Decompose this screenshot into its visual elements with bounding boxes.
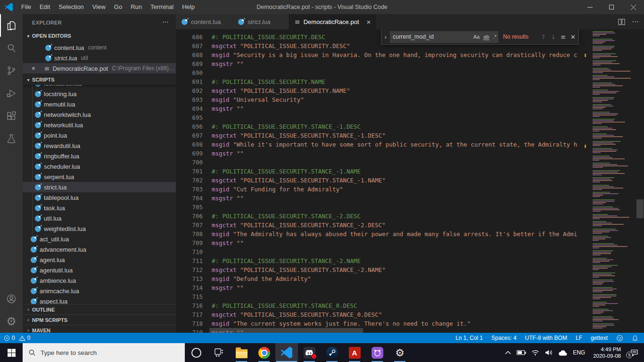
code-line[interactable]: 715 [176, 292, 644, 301]
settings-gear-icon[interactable]: ⚙ [0, 310, 23, 333]
taskbar-github-desktop-button[interactable] [366, 343, 388, 362]
tree-item-agent-lua[interactable]: agent.lua [23, 255, 176, 265]
regex-icon[interactable]: .* [491, 34, 498, 40]
minimap[interactable] [590, 29, 635, 333]
extensions-icon[interactable] [0, 105, 23, 127]
maximize-button[interactable] [601, 0, 622, 14]
whole-word-icon[interactable]: ab [481, 34, 491, 40]
tree-item-aspect-lua[interactable]: aspect.lua [23, 296, 176, 304]
close-find-icon[interactable]: ✕ [570, 33, 576, 41]
testing-icon[interactable] [0, 127, 23, 150]
code-line[interactable]: 699msgstr "" [176, 149, 644, 158]
open-editors-header[interactable]: ▾ OPEN EDITORS [23, 31, 176, 41]
section-outline[interactable]: ›OUTLINE [23, 304, 176, 314]
code-line[interactable]: 711#: POLITICAL_ISSUE.SECURITY.STANCE_-2… [176, 256, 644, 265]
taskbar-vscode-button[interactable] [275, 343, 298, 362]
open-editor-strict-lua[interactable]: strict.luautil [23, 53, 176, 63]
taskbar-search-box[interactable]: Type here to search [23, 343, 185, 362]
code-line[interactable]: 713msgid "Defund the Admiralty" [176, 274, 644, 283]
code-line[interactable]: 703msgid "Cut Funding for the Admiralty" [176, 185, 644, 194]
code-line[interactable]: 693msgid "Universal Security" [176, 95, 644, 104]
task-view-button[interactable] [207, 343, 230, 362]
tree-item-scheduler-lua[interactable]: scheduler.lua [23, 161, 176, 172]
taskbar-file-explorer-button[interactable] [230, 343, 253, 362]
code-line[interactable]: 694msgstr "" [176, 104, 644, 113]
tree-item-networktwitch-lua[interactable]: networktwitch.lua [23, 109, 176, 120]
code-line[interactable]: 690 [176, 68, 644, 77]
more-actions-icon[interactable]: ⋯ [632, 17, 639, 26]
tree-item-agentutil-lua[interactable]: agentutil.lua [23, 265, 176, 275]
accounts-icon[interactable] [0, 288, 23, 310]
tree-item-ringbuffer-lua[interactable]: ringbuffer.lua [23, 151, 176, 161]
tree-item-locstring-lua[interactable]: locstring.lua [23, 89, 176, 99]
minimize-button[interactable] [579, 0, 601, 14]
tree-item-point-lua[interactable]: point.lua [23, 130, 176, 140]
menu-run[interactable]: Run [126, 0, 146, 14]
code-line[interactable]: 701#: POLITICAL_ISSUE.SECURITY.STANCE_-1… [176, 167, 644, 176]
code-line[interactable]: 698msgid "While it's important to have s… [176, 140, 644, 149]
sidebar-more-actions-icon[interactable]: ⋯ [162, 18, 169, 25]
menu-terminal[interactable]: Terminal [146, 0, 178, 14]
find-input[interactable] [390, 33, 471, 40]
menu-view[interactable]: View [88, 0, 110, 14]
taskbar-chrome-button[interactable] [253, 343, 275, 362]
code-line[interactable]: 689msgstr "" [176, 59, 644, 68]
find-expand-chevron-icon[interactable]: › [381, 33, 390, 41]
horizontal-scrollbar-slider[interactable] [209, 328, 363, 333]
action-center-button[interactable]: 5 [627, 349, 641, 356]
code-line[interactable]: 706#: POLITICAL_ISSUE.SECURITY.STANCE_-2… [176, 212, 644, 221]
tree-item-act-util-lua[interactable]: act_util.lua [23, 234, 176, 244]
problems-status[interactable]: 0 0 [4, 335, 30, 341]
code-line[interactable]: 704msgstr "" [176, 194, 644, 203]
scripts-section-header[interactable]: ▾ SCRIPTS [23, 74, 176, 85]
feedback-smiley-icon[interactable] [616, 335, 623, 342]
tree-item-ambience-lua[interactable]: ambience.lua [23, 275, 176, 286]
section-maven[interactable]: ›MAVEN [23, 325, 176, 333]
find-next-icon[interactable]: ↓ [551, 33, 556, 41]
find-previous-icon[interactable]: ↑ [541, 33, 546, 41]
input-language[interactable]: ENG [573, 349, 585, 356]
tree-item-util-lua[interactable]: util.lua [23, 213, 176, 223]
taskbar-acrobat-button[interactable]: A [343, 343, 366, 362]
volume-icon[interactable] [544, 349, 554, 356]
code-line[interactable]: 708msgid "The Admiralty has always abuse… [176, 230, 644, 239]
code-line[interactable]: 688msgid "Security is a big issue in Hav… [176, 50, 644, 59]
tray-chevron-up-icon[interactable] [503, 351, 513, 354]
code-area[interactable]: 686#: POLITICAL_ISSUE.SECURITY.DESC687ms… [176, 33, 644, 333]
code-line[interactable]: 697msgctxt "POLITICAL_ISSUE.SECURITY.STA… [176, 131, 644, 140]
tree-item-task-lua[interactable]: task.lua [23, 203, 176, 213]
code-line[interactable]: 717msgctxt "POLITICAL_ISSUE.SECURITY.STA… [176, 310, 644, 319]
tree-item-networkutil-lua[interactable]: networkutil.lua [23, 120, 176, 130]
code-line[interactable]: 716#: POLITICAL_ISSUE.SECURITY.STANCE_0.… [176, 301, 644, 310]
battery-icon[interactable] [516, 350, 527, 355]
menu-file[interactable]: File [17, 0, 35, 14]
code-line[interactable]: 710 [176, 247, 644, 256]
source-control-icon[interactable] [0, 59, 23, 82]
tree-item-rewardutil-lua[interactable]: rewardutil.lua [23, 140, 176, 151]
code-line[interactable]: 714msgstr "" [176, 283, 644, 292]
menu-help[interactable]: Help [178, 0, 199, 14]
eol-sequence[interactable]: LF [576, 335, 582, 341]
code-line[interactable]: 718msgid "The current system works just … [176, 319, 644, 328]
code-line[interactable]: 709msgstr "" [176, 239, 644, 247]
taskbar-settings-button[interactable]: ⚙ [388, 343, 411, 362]
code-line[interactable]: 692msgctxt "POLITICAL_ISSUE.SECURITY.NAM… [176, 86, 644, 95]
explorer-icon[interactable] [0, 14, 23, 37]
code-line[interactable]: 712msgctxt "POLITICAL_ISSUE.SECURITY.STA… [176, 265, 644, 274]
find-in-selection-icon[interactable]: ≡ [561, 33, 566, 41]
menu-go[interactable]: Go [110, 0, 126, 14]
encoding[interactable]: UTF-8 with BOM [525, 335, 567, 341]
wifi-icon[interactable] [530, 350, 540, 356]
taskbar-steam-button[interactable] [321, 343, 343, 362]
onedrive-cloud-icon[interactable] [557, 350, 568, 356]
section-npm-scripts[interactable]: ›NPM SCRIPTS [23, 314, 176, 325]
code-line[interactable]: 696#: POLITICAL_ISSUE.SECURITY.STANCE_-1… [176, 122, 644, 131]
language-mode[interactable]: gettext [591, 335, 608, 341]
tab-democraticrace-pot[interactable]: ≡DemocraticRace.pot× [289, 14, 377, 29]
tree-item-tablepool-lua[interactable]: tablepool.lua [23, 192, 176, 203]
cortana-button[interactable] [185, 343, 207, 362]
open-editor-content-lua[interactable]: content.luacontent [23, 42, 176, 53]
editor-pane[interactable]: 686#: POLITICAL_ISSUE.SECURITY.DESC687ms… [176, 29, 644, 333]
code-line[interactable]: 691#: POLITICAL_ISSUE.SECURITY.NAME [176, 77, 644, 86]
tree-item-animcache-lua[interactable]: animcache.lua [23, 286, 176, 296]
